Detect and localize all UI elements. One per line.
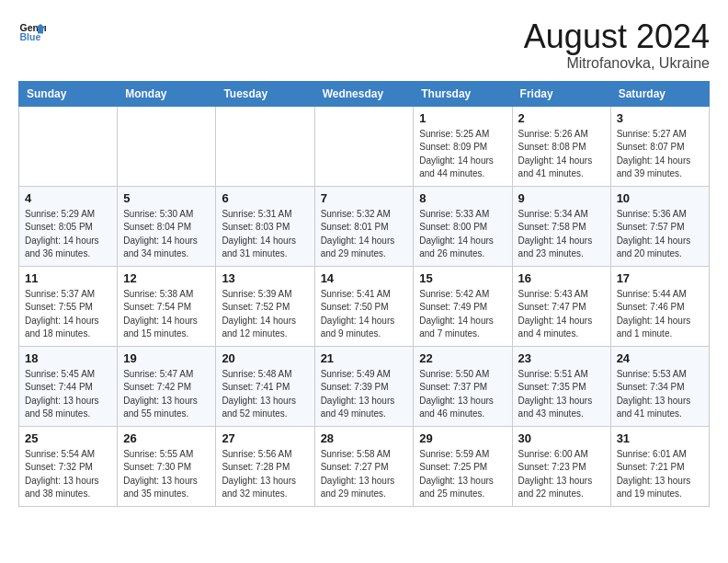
location-subtitle: Mitrofanovka, Ukraine xyxy=(524,55,710,72)
day-of-week-header: Thursday xyxy=(414,81,512,106)
day-info: Sunrise: 5:51 AM Sunset: 7:35 PM Dayligh… xyxy=(518,368,605,421)
day-number: 6 xyxy=(222,191,308,205)
day-number: 4 xyxy=(25,191,111,205)
day-info: Sunrise: 5:36 AM Sunset: 7:57 PM Dayligh… xyxy=(617,208,703,261)
day-number: 1 xyxy=(419,111,506,125)
day-of-week-header: Saturday xyxy=(610,81,709,106)
day-number: 24 xyxy=(617,351,703,365)
day-info: Sunrise: 5:45 AM Sunset: 7:44 PM Dayligh… xyxy=(25,368,111,421)
calendar-day-cell: 12Sunrise: 5:38 AM Sunset: 7:54 PM Dayli… xyxy=(118,266,216,346)
day-info: Sunrise: 5:58 AM Sunset: 7:27 PM Dayligh… xyxy=(321,448,408,501)
calendar-day-cell: 24Sunrise: 5:53 AM Sunset: 7:34 PM Dayli… xyxy=(610,346,709,426)
day-info: Sunrise: 5:47 AM Sunset: 7:42 PM Dayligh… xyxy=(123,368,210,421)
day-number: 10 xyxy=(617,191,703,205)
calendar-day-cell: 8Sunrise: 5:33 AM Sunset: 8:00 PM Daylig… xyxy=(414,186,512,266)
calendar-day-cell: 9Sunrise: 5:34 AM Sunset: 7:58 PM Daylig… xyxy=(512,186,610,266)
day-number: 23 xyxy=(518,351,605,365)
svg-text:Blue: Blue xyxy=(20,31,41,42)
calendar-table: SundayMondayTuesdayWednesdayThursdayFrid… xyxy=(18,81,710,507)
day-of-week-header: Wednesday xyxy=(314,81,414,106)
day-info: Sunrise: 6:00 AM Sunset: 7:23 PM Dayligh… xyxy=(518,448,605,501)
calendar-day-cell: 26Sunrise: 5:55 AM Sunset: 7:30 PM Dayli… xyxy=(118,426,216,506)
day-number: 3 xyxy=(617,111,703,125)
day-info: Sunrise: 5:49 AM Sunset: 7:39 PM Dayligh… xyxy=(321,368,408,421)
day-number: 19 xyxy=(123,351,210,365)
day-info: Sunrise: 5:26 AM Sunset: 8:08 PM Dayligh… xyxy=(518,128,605,181)
calendar-day-cell: 19Sunrise: 5:47 AM Sunset: 7:42 PM Dayli… xyxy=(118,346,216,426)
day-info: Sunrise: 5:59 AM Sunset: 7:25 PM Dayligh… xyxy=(419,448,506,501)
day-of-week-header: Monday xyxy=(118,81,216,106)
calendar-day-cell: 15Sunrise: 5:42 AM Sunset: 7:49 PM Dayli… xyxy=(414,266,512,346)
calendar-day-cell: 31Sunrise: 6:01 AM Sunset: 7:21 PM Dayli… xyxy=(610,426,709,506)
calendar-day-cell: 27Sunrise: 5:56 AM Sunset: 7:28 PM Dayli… xyxy=(216,426,314,506)
day-info: Sunrise: 5:44 AM Sunset: 7:46 PM Dayligh… xyxy=(617,288,703,341)
calendar-day-cell: 18Sunrise: 5:45 AM Sunset: 7:44 PM Dayli… xyxy=(19,346,118,426)
day-number: 8 xyxy=(419,191,506,205)
day-info: Sunrise: 5:50 AM Sunset: 7:37 PM Dayligh… xyxy=(419,368,506,421)
day-info: Sunrise: 5:53 AM Sunset: 7:34 PM Dayligh… xyxy=(617,368,703,421)
day-of-week-header: Friday xyxy=(512,81,610,106)
day-info: Sunrise: 5:29 AM Sunset: 8:05 PM Dayligh… xyxy=(25,208,111,261)
page-header: General Blue August 2024 Mitrofanovka, U… xyxy=(18,18,710,72)
day-info: Sunrise: 5:43 AM Sunset: 7:47 PM Dayligh… xyxy=(518,288,605,341)
calendar-day-cell: 7Sunrise: 5:32 AM Sunset: 8:01 PM Daylig… xyxy=(314,186,414,266)
day-of-week-header: Sunday xyxy=(19,81,118,106)
calendar-week-row: 25Sunrise: 5:54 AM Sunset: 7:32 PM Dayli… xyxy=(19,426,710,506)
day-number: 27 xyxy=(222,431,308,445)
day-number: 11 xyxy=(25,271,111,285)
day-number: 2 xyxy=(518,111,605,125)
day-number: 20 xyxy=(222,351,308,365)
day-number: 28 xyxy=(321,431,408,445)
day-number: 31 xyxy=(617,431,703,445)
day-info: Sunrise: 5:27 AM Sunset: 8:07 PM Dayligh… xyxy=(617,128,703,181)
calendar-week-row: 1Sunrise: 5:25 AM Sunset: 8:09 PM Daylig… xyxy=(19,106,710,186)
logo: General Blue xyxy=(18,18,46,46)
day-number: 29 xyxy=(419,431,506,445)
day-number: 7 xyxy=(321,191,408,205)
day-info: Sunrise: 5:25 AM Sunset: 8:09 PM Dayligh… xyxy=(419,128,506,181)
calendar-day-cell: 25Sunrise: 5:54 AM Sunset: 7:32 PM Dayli… xyxy=(19,426,118,506)
title-block: August 2024 Mitrofanovka, Ukraine xyxy=(524,18,710,72)
day-info: Sunrise: 5:31 AM Sunset: 8:03 PM Dayligh… xyxy=(222,208,308,261)
day-info: Sunrise: 5:33 AM Sunset: 8:00 PM Dayligh… xyxy=(419,208,506,261)
calendar-day-cell: 22Sunrise: 5:50 AM Sunset: 7:37 PM Dayli… xyxy=(414,346,512,426)
calendar-day-cell xyxy=(118,106,216,186)
calendar-day-cell: 16Sunrise: 5:43 AM Sunset: 7:47 PM Dayli… xyxy=(512,266,610,346)
calendar-day-cell: 29Sunrise: 5:59 AM Sunset: 7:25 PM Dayli… xyxy=(414,426,512,506)
calendar-week-row: 11Sunrise: 5:37 AM Sunset: 7:55 PM Dayli… xyxy=(19,266,710,346)
calendar-week-row: 18Sunrise: 5:45 AM Sunset: 7:44 PM Dayli… xyxy=(19,346,710,426)
day-info: Sunrise: 5:34 AM Sunset: 7:58 PM Dayligh… xyxy=(518,208,605,261)
day-number: 25 xyxy=(25,431,111,445)
day-info: Sunrise: 5:38 AM Sunset: 7:54 PM Dayligh… xyxy=(123,288,210,341)
day-number: 5 xyxy=(123,191,210,205)
day-number: 21 xyxy=(321,351,408,365)
calendar-day-cell: 2Sunrise: 5:26 AM Sunset: 8:08 PM Daylig… xyxy=(512,106,610,186)
day-info: Sunrise: 5:30 AM Sunset: 8:04 PM Dayligh… xyxy=(123,208,210,261)
day-number: 17 xyxy=(617,271,703,285)
calendar-week-row: 4Sunrise: 5:29 AM Sunset: 8:05 PM Daylig… xyxy=(19,186,710,266)
calendar-day-cell: 6Sunrise: 5:31 AM Sunset: 8:03 PM Daylig… xyxy=(216,186,314,266)
day-number: 26 xyxy=(123,431,210,445)
calendar-day-cell: 20Sunrise: 5:48 AM Sunset: 7:41 PM Dayli… xyxy=(216,346,314,426)
day-number: 9 xyxy=(518,191,605,205)
day-info: Sunrise: 5:55 AM Sunset: 7:30 PM Dayligh… xyxy=(123,448,210,501)
day-info: Sunrise: 5:39 AM Sunset: 7:52 PM Dayligh… xyxy=(222,288,308,341)
calendar-day-cell: 17Sunrise: 5:44 AM Sunset: 7:46 PM Dayli… xyxy=(610,266,709,346)
calendar-day-cell: 14Sunrise: 5:41 AM Sunset: 7:50 PM Dayli… xyxy=(314,266,414,346)
calendar-day-cell: 28Sunrise: 5:58 AM Sunset: 7:27 PM Dayli… xyxy=(314,426,414,506)
day-info: Sunrise: 5:32 AM Sunset: 8:01 PM Dayligh… xyxy=(321,208,408,261)
day-info: Sunrise: 5:56 AM Sunset: 7:28 PM Dayligh… xyxy=(222,448,308,501)
calendar-day-cell xyxy=(314,106,414,186)
day-number: 16 xyxy=(518,271,605,285)
day-number: 12 xyxy=(123,271,210,285)
day-info: Sunrise: 6:01 AM Sunset: 7:21 PM Dayligh… xyxy=(617,448,703,501)
calendar-day-cell xyxy=(216,106,314,186)
calendar-day-cell: 10Sunrise: 5:36 AM Sunset: 7:57 PM Dayli… xyxy=(610,186,709,266)
calendar-day-cell xyxy=(19,106,118,186)
calendar-day-cell: 3Sunrise: 5:27 AM Sunset: 8:07 PM Daylig… xyxy=(610,106,709,186)
day-info: Sunrise: 5:54 AM Sunset: 7:32 PM Dayligh… xyxy=(25,448,111,501)
day-info: Sunrise: 5:37 AM Sunset: 7:55 PM Dayligh… xyxy=(25,288,111,341)
calendar-day-cell: 23Sunrise: 5:51 AM Sunset: 7:35 PM Dayli… xyxy=(512,346,610,426)
month-year-title: August 2024 xyxy=(524,18,710,55)
day-of-week-header: Tuesday xyxy=(216,81,314,106)
